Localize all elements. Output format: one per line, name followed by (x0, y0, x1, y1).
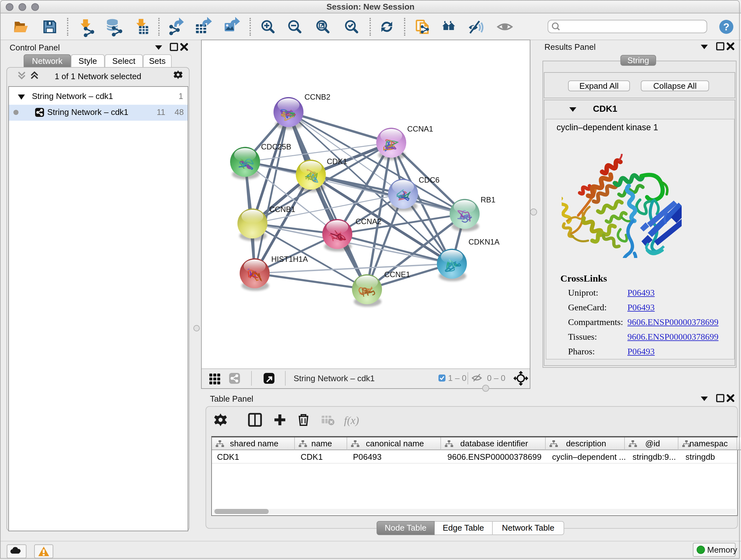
svg-text:CDK1: CDK1 (327, 157, 347, 166)
svg-text:CDC25B: CDC25B (261, 142, 291, 151)
svg-text:CCNE1: CCNE1 (384, 270, 410, 279)
svg-text:String Network – cdk1: String Network – cdk1 (293, 374, 375, 383)
svg-text:1 – 0: 1 – 0 (448, 373, 467, 383)
svg-text:Memory: Memory (707, 545, 737, 555)
svg-text:CDKN1A: CDKN1A (468, 238, 499, 246)
svg-text:f(x): f(x) (344, 415, 359, 427)
svg-text:CCNB2: CCNB2 (305, 92, 330, 101)
svg-text:0 – 0: 0 – 0 (487, 373, 506, 383)
svg-text:?: ? (723, 21, 730, 33)
svg-text:CCNB1: CCNB1 (269, 205, 295, 213)
svg-text:CCNA2: CCNA2 (355, 217, 381, 226)
svg-text:RB1: RB1 (481, 195, 495, 204)
svg-text:CCNA1: CCNA1 (407, 125, 433, 133)
svg-text:HIST1H1A: HIST1H1A (271, 255, 308, 263)
svg-text:CDC6: CDC6 (419, 176, 440, 184)
